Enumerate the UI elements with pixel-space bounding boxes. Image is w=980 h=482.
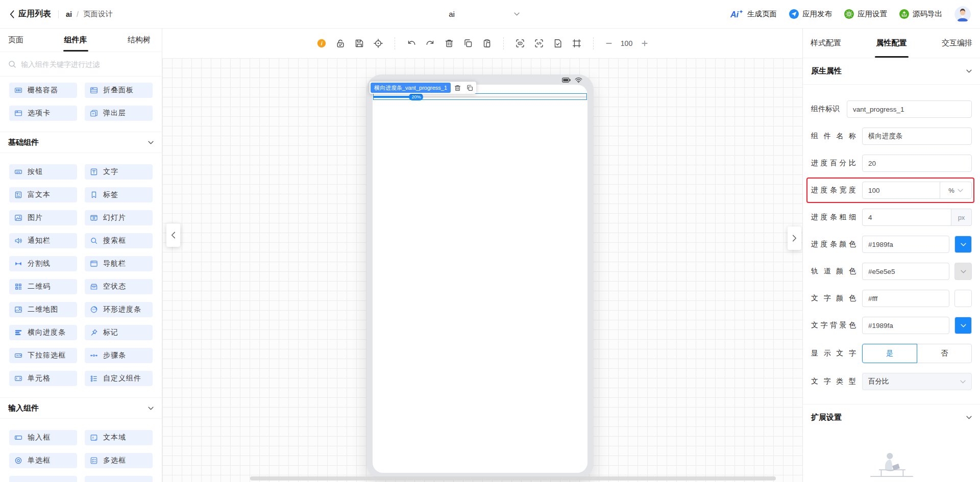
component-item[interactable]: 空状态 (85, 279, 153, 294)
field-input[interactable]: #1989fa (862, 317, 949, 334)
native-properties-section[interactable]: 原生属性 (803, 58, 980, 85)
segmented-option[interactable]: 是 (862, 344, 917, 363)
page-select-dropdown[interactable]: ai (389, 0, 520, 29)
selected-component-name[interactable]: 横向进度条_vant_progress_1 (371, 83, 451, 93)
component-item[interactable]: 下拉筛选框 (9, 348, 77, 363)
tab-structure-tree[interactable]: 结构树 (128, 29, 151, 52)
paste-icon[interactable] (482, 38, 492, 48)
frame-icon[interactable] (572, 38, 582, 48)
component-item-label: 按钮 (28, 167, 43, 176)
segmented-option[interactable]: 否 (917, 344, 972, 363)
save-icon[interactable] (354, 38, 364, 48)
svg-text:100%: 100% (92, 309, 96, 311)
component-item[interactable]: 标记 (85, 325, 153, 340)
field-input[interactable]: #fff (862, 290, 949, 307)
component-item[interactable]: 标签 (85, 187, 153, 202)
preview-scan-icon[interactable] (515, 38, 525, 48)
component-item-label: 单选框 (28, 456, 51, 465)
component-item[interactable]: 二维地图 (9, 302, 77, 317)
sidebar-section-header[interactable]: 输入组件 (0, 397, 162, 419)
component-item[interactable]: 搜索框 (85, 233, 153, 248)
component-item-label: 通知栏 (28, 236, 51, 245)
field-input[interactable]: vant_progress_1 (847, 100, 972, 118)
component-item[interactable]: BTN按钮 (9, 164, 77, 180)
tab-pages[interactable]: 页面 (8, 29, 23, 52)
collapse-right-handle[interactable] (788, 226, 801, 250)
field-input[interactable]: 4 (862, 209, 951, 226)
toolbar-divider (593, 37, 594, 49)
canvas-grid[interactable]: 横向进度条_vant_progress_1 20% (162, 58, 802, 482)
trash-icon[interactable] (444, 38, 454, 48)
delete-component-icon[interactable] (454, 84, 461, 92)
tab-interaction-config[interactable]: 交互编排 (940, 29, 974, 58)
redo-icon[interactable] (425, 38, 435, 48)
component-item[interactable]: 折叠面板 (85, 83, 153, 98)
component-item[interactable]: 100%环形进度条 (85, 302, 153, 317)
zoom-out-button[interactable] (605, 39, 613, 47)
info-icon[interactable]: i (316, 38, 327, 48)
code-scan-icon[interactable] (534, 38, 544, 48)
color-swatch[interactable] (954, 236, 972, 253)
component-item[interactable]: 单元格 (9, 371, 77, 386)
color-swatch[interactable] (954, 290, 972, 307)
tab-component-library[interactable]: 组件库 (64, 29, 87, 52)
component-item[interactable]: 文字 (85, 164, 153, 180)
component-item[interactable]: 通知栏 (9, 233, 77, 248)
component-item[interactable]: 二维码 (9, 279, 77, 294)
field-input[interactable]: 20 (862, 155, 972, 172)
field-select[interactable]: 百分比 (862, 373, 972, 390)
field-input[interactable]: 横向进度条 (862, 128, 972, 145)
extension-settings-section[interactable]: 扩展设置 (803, 404, 980, 430)
copy-icon[interactable] (463, 38, 473, 48)
component-item[interactable]: 多选框 (85, 453, 153, 468)
component-item[interactable]: A文本域 (85, 430, 153, 445)
component-item[interactable]: Tab选项卡 (9, 106, 77, 121)
copy-component-icon[interactable] (466, 84, 474, 92)
undo-icon[interactable] (406, 38, 416, 48)
zoom-in-button[interactable] (641, 39, 649, 47)
component-item[interactable]: 富文本 (9, 187, 77, 202)
color-swatch[interactable] (954, 263, 972, 280)
component-item[interactable]: 弹出层 (85, 106, 153, 121)
component-item[interactable] (9, 476, 77, 482)
breadcrumb-app[interactable]: ai (66, 10, 72, 18)
doc-check-icon[interactable] (553, 38, 563, 48)
field-input[interactable]: #1989fa (862, 236, 949, 253)
unit-select[interactable]: % (940, 182, 971, 198)
inspector-tabs: 样式配置 属性配置 交互编排 (803, 29, 980, 58)
component-item[interactable]: 栅格容器 (9, 83, 77, 98)
breadcrumb: ai / 页面设计 (66, 9, 113, 19)
header-action-2[interactable]: 应用发布 (789, 9, 832, 19)
field-label: 文字类型 (811, 377, 856, 386)
component-item[interactable]: 导航栏 (85, 256, 153, 271)
header-action-3[interactable]: 应用设置 (844, 9, 887, 19)
sidebar-section-header[interactable]: 基础组件 (0, 132, 162, 153)
component-item[interactable]: 横向进度条 (9, 325, 77, 340)
component-search-input[interactable] (21, 60, 154, 68)
component-search (0, 52, 162, 77)
back-button[interactable]: 应用列表 (9, 9, 51, 19)
tab-style-config[interactable]: 样式配置 (809, 29, 843, 58)
component-item[interactable]: 图片 (9, 210, 77, 225)
header-action-1[interactable]: Ai生成页面 (730, 9, 777, 19)
component-item[interactable]: 自定义组件 (85, 371, 153, 386)
tab-property-config[interactable]: 属性配置 (875, 29, 909, 58)
component-item[interactable]: 分割线 (9, 256, 77, 271)
component-item[interactable] (85, 476, 153, 482)
locate-icon[interactable] (373, 38, 383, 48)
component-item[interactable]: 输入框 (9, 430, 77, 445)
progress-component-selected[interactable]: 20% (373, 93, 587, 100)
field-input[interactable]: #e5e5e5 (862, 263, 949, 280)
phone-screen[interactable]: 20% (373, 85, 587, 473)
lock-check-icon[interactable] (335, 38, 346, 48)
collapse-left-handle[interactable] (166, 223, 180, 247)
header-action-4[interactable]: 源码导出 (899, 9, 942, 19)
component-item[interactable]: 单选框 (9, 453, 77, 468)
field-input[interactable]: 100% (862, 182, 972, 199)
component-item[interactable]: 幻灯片 (85, 210, 153, 225)
color-swatch[interactable] (954, 317, 972, 334)
horizontal-scrollbar[interactable] (250, 476, 776, 480)
field-label: 组件标识 (811, 105, 840, 114)
avatar[interactable] (954, 6, 971, 22)
component-item[interactable]: 步骤条 (85, 348, 153, 363)
